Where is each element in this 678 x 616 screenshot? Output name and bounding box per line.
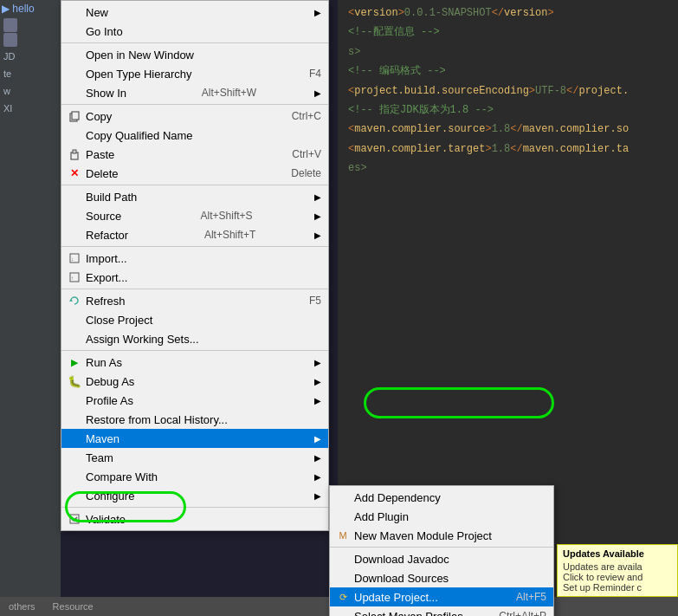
menu-item-validate[interactable]: Validate (61, 509, 328, 528)
updates-title: Updates Available (563, 548, 672, 559)
svg-rect-3 (73, 150, 76, 153)
menu-item-new[interactable]: New ▶ (61, 3, 328, 22)
menu-label-export: Export... (86, 271, 127, 284)
menu-item-run-as[interactable]: ▶ Run As ▶ (61, 353, 328, 372)
shortcut-source: Alt+Shift+S (184, 210, 253, 222)
menu-label-maven: Maven (86, 432, 119, 445)
code-line-2: <!--配置信息 --> (345, 23, 671, 42)
validate-icon (67, 511, 82, 527)
status-others: others (9, 601, 36, 612)
maven-label-new-module: New Maven Module Project (354, 529, 492, 542)
explorer-jd[interactable]: JD (0, 48, 61, 65)
menu-item-export[interactable]: ↑ Export... (61, 268, 328, 287)
code-line-5: <project.build.sourceEncoding>UTF-8</pro… (345, 81, 671, 101)
menu-item-maven[interactable]: Maven ▶ (61, 429, 328, 448)
context-menu: New ▶ Go Into Open in New Window Open Ty… (61, 0, 329, 531)
menu-item-close-project[interactable]: Close Project (61, 310, 328, 329)
delete-icon: ✕ (67, 165, 82, 181)
shortcut-open-type-hierarchy: F4 (292, 68, 321, 80)
menu-item-configure[interactable]: Configure ▶ (61, 486, 328, 505)
maven-menu-add-dependency[interactable]: Add Dependency (330, 488, 553, 507)
arrow-show-in: ▶ (314, 88, 321, 98)
menu-label-delete: Delete (86, 167, 119, 180)
menu-label-show-in: Show In (86, 87, 126, 100)
menu-label-paste: Paste (86, 148, 114, 161)
menu-label-compare-with: Compare With (86, 470, 158, 483)
code-line-9: es> (345, 159, 671, 178)
menu-item-paste[interactable]: Paste Ctrl+V (61, 145, 328, 164)
menu-label-validate: Validate (86, 513, 126, 526)
menu-item-profile-as[interactable]: Profile As ▶ (61, 391, 328, 410)
explorer-w[interactable]: w (0, 82, 61, 100)
menu-label-profile-as: Profile As (86, 394, 133, 407)
menu-item-go-into[interactable]: Go Into (61, 22, 328, 41)
arrow-profile-as: ▶ (314, 396, 321, 405)
menu-item-copy-qualified[interactable]: Copy Qualified Name (61, 126, 328, 145)
sep-5 (61, 289, 328, 289)
copy-icon (67, 108, 82, 124)
arrow-compare-with: ▶ (314, 472, 321, 482)
menu-item-assign-working-sets[interactable]: Assign Working Sets... (61, 329, 328, 348)
menu-item-debug-as[interactable]: 🐛 Debug As ▶ (61, 372, 328, 391)
menu-item-build-path[interactable]: Build Path ▶ (61, 187, 328, 206)
menu-label-configure: Configure (86, 490, 134, 503)
shortcut-refresh: F5 (292, 295, 321, 307)
menu-label-build-path: Build Path (86, 191, 137, 204)
maven-new-icon: M (335, 528, 351, 543)
menu-item-delete[interactable]: ✕ Delete Delete (61, 164, 328, 183)
menu-label-close-project: Close Project (86, 314, 152, 327)
updates-line2: Click to review and (563, 572, 672, 582)
menu-item-restore-local[interactable]: Restore from Local History... (61, 410, 328, 429)
status-resource: Resource (53, 601, 94, 612)
explorer-xi[interactable]: XI (0, 100, 61, 117)
code-line-4: <!-- 编码格式 --> (345, 62, 671, 81)
shortcut-copy: Ctrl+C (274, 110, 321, 122)
svg-marker-8 (69, 299, 73, 302)
menu-label-go-into: Go Into (86, 25, 123, 38)
sep-1 (61, 42, 328, 43)
menu-item-compare-with[interactable]: Compare With ▶ (61, 467, 328, 486)
shortcut-update-project: Alt+F5 (499, 591, 546, 603)
maven-label-download-javadoc: Download Javadoc (354, 553, 449, 566)
menu-item-import[interactable]: ↓ Import... (61, 249, 328, 268)
maven-sep-1 (330, 547, 553, 548)
explorer-icon-1 (3, 18, 17, 32)
code-line-6: <!-- 指定JDK版本为1.8 --> (345, 101, 671, 120)
menu-item-team[interactable]: Team ▶ (61, 448, 328, 467)
arrow-maven: ▶ (314, 434, 321, 444)
menu-label-open-type-hierarchy: Open Type Hierarchy (86, 68, 192, 81)
explorer-hello[interactable]: ▶ hello (0, 0, 61, 17)
arrow-run-as: ▶ (314, 358, 321, 367)
updates-line1: Updates are availa (563, 561, 672, 572)
menu-item-refactor[interactable]: Refactor Alt+Shift+T ▶ (61, 225, 328, 244)
menu-item-refresh[interactable]: Refresh F5 (61, 291, 328, 310)
arrow-refactor: ▶ (314, 230, 321, 240)
explorer-icon-2 (3, 33, 17, 47)
menu-item-open-new-window[interactable]: Open in New Window (61, 45, 328, 64)
maven-menu-download-javadoc[interactable]: Download Javadoc (330, 549, 553, 568)
sep-3 (61, 185, 328, 185)
maven-menu-update-project[interactable]: ⟳ Update Project... Alt+F5 (330, 587, 553, 606)
svg-text:↓: ↓ (71, 256, 74, 262)
maven-menu-add-plugin[interactable]: Add Plugin (330, 507, 553, 526)
code-line-3: s> (345, 42, 671, 62)
menu-label-refactor: Refactor (86, 229, 128, 242)
explorer-panel: ▶ hello JD te w XI (0, 0, 61, 597)
menu-item-copy[interactable]: Copy Ctrl+C (61, 107, 328, 126)
updates-panel[interactable]: Updates Available Updates are availa Cli… (557, 544, 678, 597)
maven-menu-download-sources[interactable]: Download Sources (330, 568, 553, 587)
maven-menu-new-module[interactable]: M New Maven Module Project (330, 526, 553, 545)
menu-label-copy-qualified: Copy Qualified Name (86, 129, 193, 142)
import-icon: ↓ (67, 250, 82, 266)
export-icon: ↑ (67, 269, 82, 285)
explorer-te[interactable]: te (0, 65, 61, 82)
menu-item-source[interactable]: Source Alt+Shift+S ▶ (61, 206, 328, 225)
shortcut-refactor: Alt+Shift+T (187, 229, 255, 241)
shortcut-select-profiles: Ctrl+Alt+P (481, 610, 546, 616)
maven-menu-select-profiles[interactable]: Select Maven Profiles... Ctrl+Alt+P (330, 606, 553, 616)
menu-label-team: Team (86, 451, 113, 464)
maven-label-download-sources: Download Sources (354, 572, 449, 585)
menu-item-open-type-hierarchy[interactable]: Open Type Hierarchy F4 (61, 64, 328, 83)
code-line-8: <maven.complier.target>1.8</maven.compli… (345, 139, 671, 159)
menu-item-show-in[interactable]: Show In Alt+Shift+W ▶ (61, 83, 328, 102)
